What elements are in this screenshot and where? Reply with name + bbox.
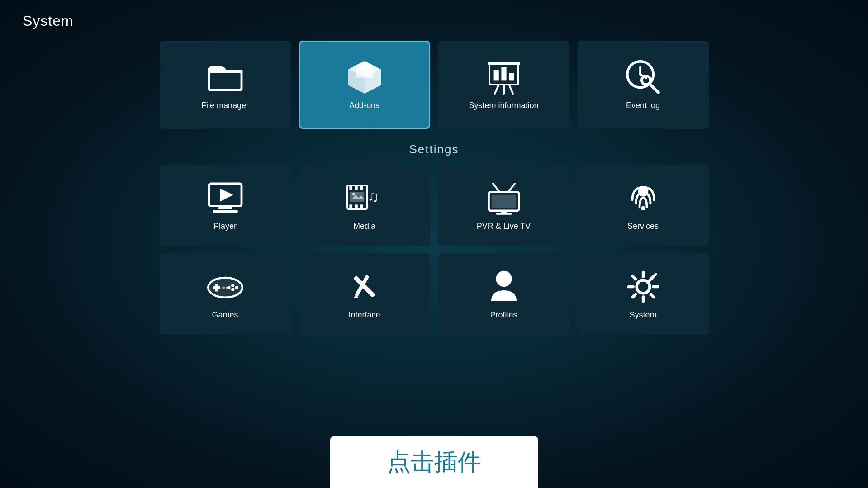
svg-rect-55 (222, 286, 225, 288)
settings-grid: Player (63, 165, 805, 335)
svg-rect-26 (213, 210, 238, 213)
file-manager-label: File manager (201, 101, 249, 110)
svg-point-53 (231, 288, 234, 291)
system-information-label: System information (469, 101, 538, 110)
settings-row-1: Player (63, 165, 805, 246)
svg-rect-17 (488, 62, 520, 65)
chart-icon (486, 59, 522, 95)
folder-icon (207, 59, 243, 95)
svg-line-41 (508, 184, 514, 192)
podcast-icon (625, 180, 661, 216)
svg-rect-13 (509, 73, 514, 80)
svg-line-69 (632, 294, 635, 297)
svg-line-15 (509, 85, 513, 94)
svg-marker-24 (220, 188, 233, 202)
tv-antenna-icon (486, 180, 522, 216)
svg-marker-9 (365, 61, 373, 78)
svg-rect-11 (493, 70, 498, 80)
player-label: Player (213, 222, 237, 231)
svg-rect-31 (349, 204, 352, 209)
add-ons-label: Add-ons (349, 101, 379, 110)
tile-media[interactable]: ♫ Media (299, 165, 430, 246)
svg-point-45 (641, 206, 645, 210)
svg-line-67 (650, 294, 653, 297)
svg-rect-12 (501, 67, 506, 81)
tile-player[interactable]: Player (160, 165, 291, 246)
main-content: File manager Add-ons (63, 41, 805, 452)
pvr-live-tv-label: PVR & Live TV (477, 222, 531, 231)
box-icon (346, 59, 383, 95)
tooltip-text: 点击插件 (387, 449, 481, 475)
tile-event-log[interactable]: Event log (578, 41, 709, 129)
tile-profiles[interactable]: Profiles (438, 253, 569, 335)
svg-line-21 (650, 84, 658, 92)
svg-rect-1 (210, 72, 240, 89)
tile-file-manager[interactable]: File manager (160, 41, 291, 129)
svg-line-66 (632, 276, 635, 279)
services-label: Services (627, 222, 659, 231)
svg-point-52 (235, 286, 238, 289)
top-row: File manager Add-ons (63, 41, 805, 129)
svg-line-14 (495, 85, 498, 94)
svg-marker-8 (356, 61, 364, 78)
event-log-label: Event log (626, 101, 660, 110)
interface-label: Interface (348, 310, 380, 320)
tile-games[interactable]: Games (160, 253, 291, 335)
svg-rect-43 (496, 213, 512, 214)
svg-rect-2 (208, 70, 242, 73)
gamepad-icon (207, 269, 243, 305)
clock-search-icon (625, 59, 661, 95)
tile-system[interactable]: System (578, 253, 709, 335)
svg-point-60 (496, 270, 512, 286)
tile-services[interactable]: Services (578, 165, 709, 246)
svg-rect-33 (360, 204, 363, 209)
svg-rect-29 (355, 185, 357, 190)
svg-rect-25 (218, 207, 232, 209)
person-icon (486, 269, 522, 305)
svg-rect-39 (491, 194, 516, 208)
svg-rect-28 (349, 185, 352, 190)
page-title: System (23, 13, 74, 29)
svg-rect-50 (215, 284, 218, 291)
tile-interface[interactable]: Interface (299, 253, 430, 335)
svg-rect-56 (225, 286, 228, 288)
tile-pvr-live-tv[interactable]: PVR & Live TV (438, 165, 569, 246)
games-label: Games (212, 310, 238, 320)
tile-system-information[interactable]: System information (438, 41, 569, 129)
tooltip-overlay: 点击插件 (330, 436, 538, 488)
tile-add-ons[interactable]: Add-ons (299, 41, 430, 129)
svg-rect-30 (360, 185, 363, 190)
svg-point-36 (352, 193, 355, 195)
svg-rect-32 (355, 204, 357, 209)
gear-tools-icon (625, 269, 661, 305)
tools-icon (346, 269, 383, 305)
media-label: Media (353, 222, 375, 231)
svg-line-71 (647, 279, 651, 282)
media-icon: ♫ (346, 180, 383, 216)
settings-row-2: Games Interface (63, 253, 805, 335)
svg-text:♫: ♫ (367, 188, 379, 205)
profiles-label: Profiles (490, 310, 517, 320)
svg-line-40 (493, 184, 499, 192)
svg-point-51 (231, 284, 234, 287)
system-label: System (629, 310, 656, 320)
settings-section-title: Settings (63, 142, 805, 156)
monitor-play-icon (207, 180, 243, 216)
